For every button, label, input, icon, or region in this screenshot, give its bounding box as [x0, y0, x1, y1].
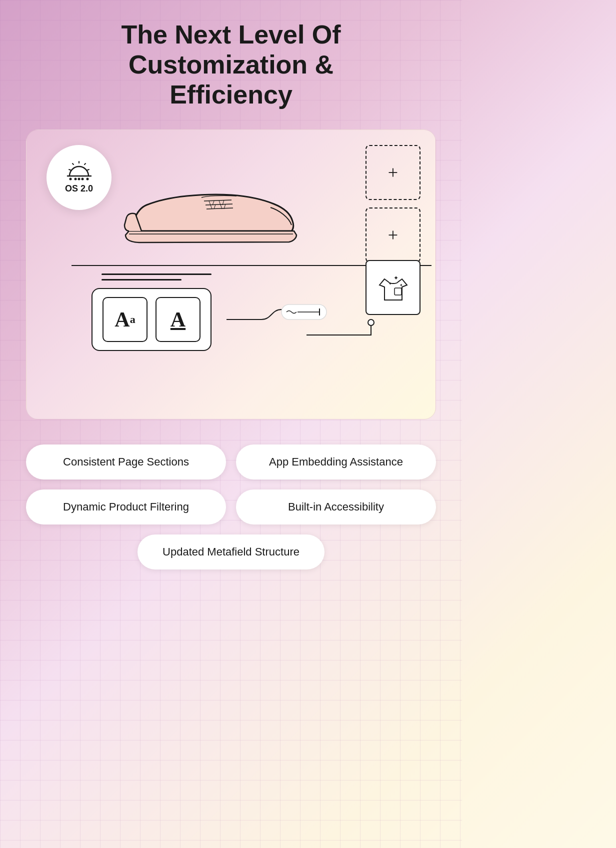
- svg-point-6: [69, 178, 72, 180]
- svg-line-1: [84, 164, 86, 164]
- svg-line-2: [88, 170, 89, 170]
- add-box-2: +: [366, 208, 420, 262]
- svg-point-10: [86, 178, 88, 180]
- svg-point-9: [81, 178, 84, 180]
- badge-updated-metafield-structure: Updated Metafield Structure: [138, 534, 324, 570]
- feature-badges-grid: Consistent Page Sections App Embedding A…: [26, 444, 436, 524]
- badge-consistent-page-sections: Consistent Page Sections: [26, 444, 226, 480]
- add-box-1: +: [366, 145, 420, 200]
- illustration-box: OS 2.0 + + ✦ ✦ ✦: [26, 130, 436, 420]
- dashed-boxes-group: + +: [366, 145, 420, 262]
- os-badge: OS 2.0: [46, 145, 112, 210]
- bottom-badge-row: Updated Metafield Structure: [26, 534, 436, 570]
- badge-dynamic-product-filtering: Dynamic Product Filtering: [26, 490, 226, 524]
- text-line-2: [102, 279, 182, 280]
- svg-line-3: [72, 164, 74, 164]
- text-line-1: [102, 274, 212, 275]
- font-boxes-area: Aa A: [92, 288, 420, 351]
- svg-point-7: [74, 178, 76, 180]
- font-box-a-underlined: A: [156, 297, 200, 342]
- main-container: The Next Level Of Customization & Effici…: [11, 20, 451, 570]
- svg-line-4: [69, 170, 70, 170]
- os-label: OS 2.0: [65, 184, 93, 194]
- badge-app-embedding-assistance: App Embedding Assistance: [236, 444, 436, 480]
- svg-point-8: [78, 178, 80, 180]
- sun-icon: [66, 161, 93, 184]
- font-box-group: Aa A: [92, 288, 212, 351]
- page-title: The Next Level Of Customization & Effici…: [81, 20, 381, 110]
- connector-line: [222, 300, 332, 340]
- font-box-aa: Aa: [102, 297, 148, 342]
- badge-built-in-accessibility: Built-in Accessibility: [236, 490, 436, 524]
- svg-text:✦: ✦: [394, 274, 398, 282]
- svg-text:✦: ✦: [388, 282, 392, 286]
- shoe-illustration: [102, 155, 312, 265]
- svg-text:✦: ✦: [400, 283, 403, 288]
